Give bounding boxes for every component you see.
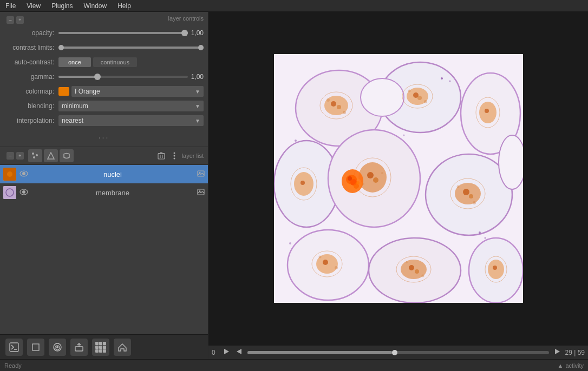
colormap-select[interactable]: I Orange ▼ (71, 86, 204, 97)
console-btn[interactable] (5, 339, 23, 356)
svg-point-40 (361, 78, 404, 116)
colormap-label: colormap: (4, 88, 58, 95)
main-content: – + layer controls opacity: 1,00 contra (0, 12, 588, 359)
svg-point-59 (373, 177, 378, 183)
more-options[interactable]: ... (4, 129, 204, 142)
svg-point-98 (421, 275, 424, 277)
svg-point-94 (335, 266, 338, 269)
svg-point-90 (424, 100, 427, 103)
svg-point-28 (56, 346, 58, 348)
menu-file[interactable]: File (3, 2, 18, 10)
svg-point-99 (406, 261, 408, 263)
import-btn[interactable] (70, 339, 88, 356)
svg-point-73 (323, 260, 328, 265)
panel-pin-btn[interactable]: – (6, 16, 14, 24)
activity-area[interactable]: ▲ activity (557, 362, 584, 369)
svg-point-80 (493, 266, 497, 270)
opacity-slider[interactable] (58, 29, 188, 37)
layer-list-section: – + (0, 147, 208, 334)
menu-plugins[interactable]: Plugins (49, 2, 75, 10)
menubar: File View Plugins Window Help (0, 0, 588, 12)
timeline-progress (247, 351, 392, 354)
svg-point-65 (348, 176, 352, 181)
svg-point-77 (415, 269, 419, 274)
svg-point-85 (295, 140, 297, 142)
continuous-button[interactable]: continuous (93, 57, 137, 67)
nuclei-visibility-btn[interactable] (19, 170, 28, 178)
blending-select[interactable]: minimum ▼ (58, 101, 204, 111)
auto-contrast-label: auto-contrast: (4, 58, 58, 66)
svg-point-97 (362, 183, 364, 185)
layer-list-panel-controls: – + (4, 151, 26, 161)
activity-arrow: ▲ (557, 362, 563, 369)
membrane-visibility-btn[interactable] (19, 188, 28, 197)
status-text: Ready (4, 362, 22, 369)
svg-point-52 (485, 109, 489, 113)
timeline-thumb[interactable] (392, 350, 397, 355)
layer-list-menu-btn[interactable] (169, 151, 180, 160)
contrast-label: contrast limits: (4, 44, 58, 51)
timeline: 0 29 | 59 (208, 345, 588, 359)
home-btn[interactable] (114, 339, 131, 356)
svg-point-96 (381, 172, 383, 174)
svg-point-0 (32, 153, 34, 155)
contrast-row: contrast limits: (4, 42, 204, 54)
gamma-slider[interactable] (58, 72, 188, 81)
blending-value: minimum (62, 102, 88, 110)
contrast-slider[interactable] (58, 43, 204, 52)
svg-point-93 (456, 186, 459, 188)
once-button[interactable]: once (58, 57, 91, 67)
grid-btn[interactable] (92, 339, 109, 356)
layer-item-membrane[interactable]: membrane (0, 183, 208, 202)
prev-frame-button[interactable] (234, 348, 244, 357)
image-container (208, 12, 588, 345)
timeline-track[interactable] (247, 351, 549, 354)
colormap-swatch (58, 87, 69, 96)
layer-list-pin-btn[interactable]: – (6, 152, 14, 160)
svg-point-9 (173, 153, 175, 154)
svg-point-2 (33, 156, 35, 158)
svg-marker-100 (224, 349, 229, 354)
shapes-layer-btn[interactable] (44, 149, 58, 162)
canvas-area: 0 29 | 59 (208, 12, 588, 359)
crop-btn[interactable] (27, 339, 44, 356)
opacity-value: 1,00 (191, 29, 204, 37)
interpolation-label: interpolation: (4, 117, 58, 124)
next-frame-button[interactable] (552, 348, 562, 357)
left-panel: – + layer controls opacity: 1,00 contra (0, 12, 208, 359)
plugin-btn[interactable] (49, 339, 66, 356)
svg-point-55 (300, 181, 305, 185)
svg-point-41 (499, 135, 523, 189)
play-button[interactable] (221, 348, 231, 357)
menu-view[interactable]: View (24, 2, 43, 10)
menu-help[interactable]: Help (115, 2, 133, 10)
layer-list-header-right: layer list (156, 151, 204, 160)
membrane-layer-name: membrane (31, 189, 194, 197)
menu-window[interactable]: Window (82, 2, 109, 10)
svg-point-66 (356, 181, 360, 184)
svg-point-69 (463, 189, 469, 195)
svg-point-81 (441, 77, 443, 80)
nuclei-thumbnail (3, 168, 16, 181)
svg-point-70 (469, 194, 473, 198)
interpolation-value: nearest (62, 117, 83, 124)
bottom-toolbar (0, 334, 208, 359)
timeline-position: 29 | 59 (565, 349, 585, 356)
interpolation-select[interactable]: nearest ▼ (58, 115, 204, 126)
nuclei-layer-name: nuclei (31, 170, 194, 178)
svg-point-21 (22, 190, 25, 194)
points-layer-btn[interactable] (28, 149, 42, 162)
membrane-image-icon (197, 188, 205, 197)
svg-point-95 (318, 256, 321, 259)
labels-layer-btn[interactable] (60, 149, 74, 162)
microscopy-image[interactable] (274, 54, 523, 303)
delete-layer-btn[interactable] (156, 151, 167, 160)
layer-list-expand-btn[interactable]: + (16, 152, 24, 160)
svg-rect-4 (158, 154, 165, 159)
svg-point-84 (484, 237, 486, 239)
layer-item-nuclei[interactable]: nuclei (0, 165, 208, 183)
svg-point-92 (473, 201, 476, 204)
panel-expand-btn[interactable]: + (16, 16, 24, 24)
blending-row: blending: minimum ▼ (4, 100, 204, 112)
gamma-row: gamma: 1,00 (4, 71, 204, 83)
